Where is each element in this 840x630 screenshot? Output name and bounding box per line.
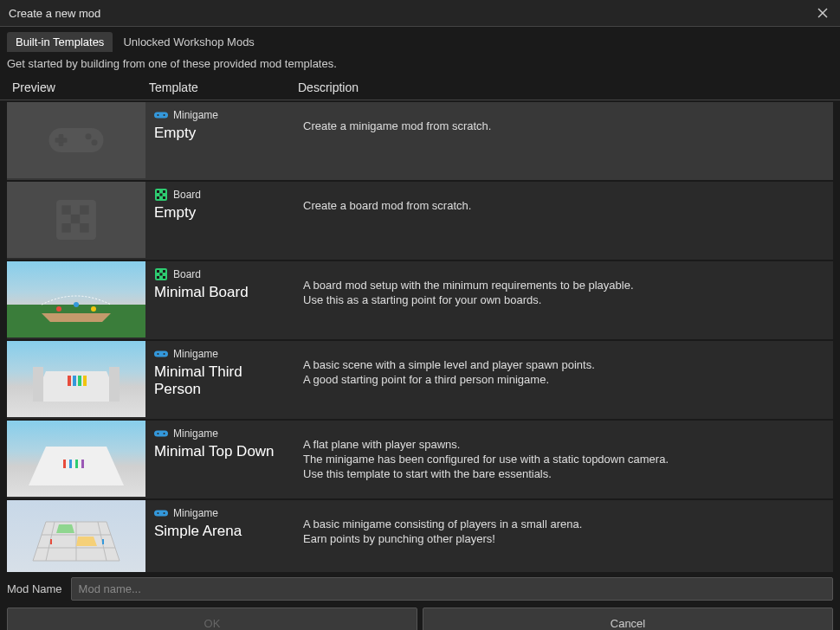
svg-rect-60 xyxy=(50,539,52,544)
category-label: Minigame xyxy=(173,428,218,440)
svg-rect-45 xyxy=(63,460,66,468)
svg-marker-58 xyxy=(56,524,74,533)
category-label: Minigame xyxy=(173,507,218,519)
preview-thumbnail xyxy=(7,421,145,497)
svg-rect-47 xyxy=(75,460,78,468)
template-info: Board Empty xyxy=(145,182,294,260)
template-info: Minigame Simple Arena xyxy=(145,500,294,572)
svg-point-10 xyxy=(163,114,165,116)
svg-rect-38 xyxy=(73,376,76,386)
preview-thumbnail xyxy=(7,341,145,417)
svg-point-51 xyxy=(163,433,165,434)
svg-point-64 xyxy=(163,512,165,514)
tab-workshop-mods[interactable]: Unlocked Workshop Mods xyxy=(114,32,263,52)
template-info: Board Minimal Board xyxy=(145,261,294,339)
template-description: Create a minigame mod from scratch. xyxy=(294,102,833,180)
template-row[interactable]: Minigame Minimal Top Down A flat plane w… xyxy=(7,421,833,498)
svg-rect-30 xyxy=(163,270,165,273)
svg-rect-35 xyxy=(33,367,43,402)
subtitle: Get started by building from one of thes… xyxy=(0,52,840,75)
template-row[interactable]: Board Minimal Board A board mod setup wi… xyxy=(7,261,833,339)
template-row[interactable]: Minigame Empty Create a minigame mod fro… xyxy=(7,102,833,180)
svg-rect-41 xyxy=(154,350,168,357)
template-name: Minimal Top Down xyxy=(154,443,291,460)
preview-thumbnail xyxy=(7,102,145,178)
gamepad-icon xyxy=(46,110,107,170)
tab-builtin-templates[interactable]: Built-in Templates xyxy=(7,32,113,52)
template-list[interactable]: Minigame Empty Create a minigame mod fro… xyxy=(0,100,840,572)
svg-rect-21 xyxy=(157,196,159,199)
gamepad-icon xyxy=(154,348,168,360)
svg-rect-8 xyxy=(154,112,168,118)
board-icon xyxy=(154,268,168,280)
template-name: Simple Arena xyxy=(154,523,291,540)
category-label: Minigame xyxy=(173,348,218,360)
svg-marker-24 xyxy=(42,313,111,322)
template-description: A board mod setup with the minimum requi… xyxy=(294,261,833,339)
template-description: Create a board mod from scratch. xyxy=(294,182,833,260)
svg-point-9 xyxy=(157,114,158,116)
mod-name-input[interactable] xyxy=(71,577,833,601)
column-header-template: Template xyxy=(149,80,298,94)
svg-rect-5 xyxy=(55,138,68,143)
category-label: Minigame xyxy=(173,109,218,121)
template-row[interactable]: Minigame Minimal Third Person A basic sc… xyxy=(7,341,833,419)
columns-header: Preview Template Description xyxy=(0,75,840,100)
scene-preview-icon xyxy=(7,341,145,417)
svg-rect-13 xyxy=(80,205,88,214)
gamepad-icon xyxy=(154,507,168,519)
svg-point-42 xyxy=(157,353,158,355)
gamepad-icon xyxy=(154,109,168,121)
svg-rect-12 xyxy=(61,205,70,214)
svg-rect-15 xyxy=(61,223,70,232)
svg-marker-59 xyxy=(76,537,97,546)
category-label: Board xyxy=(173,189,201,201)
template-name: Empty xyxy=(154,204,291,222)
svg-point-63 xyxy=(157,512,158,514)
dialog-footer: Mod Name OK Cancel xyxy=(0,572,840,630)
svg-rect-14 xyxy=(71,215,80,223)
svg-point-27 xyxy=(91,306,96,312)
scene-preview-icon xyxy=(7,500,145,572)
svg-rect-62 xyxy=(154,510,168,516)
preview-thumbnail xyxy=(7,261,145,338)
svg-rect-40 xyxy=(83,376,87,386)
column-header-preview: Preview xyxy=(0,80,149,94)
svg-point-50 xyxy=(157,433,158,434)
template-name: Minimal Third Person xyxy=(154,363,291,398)
close-icon xyxy=(817,8,828,18)
template-description: A basic scene with a simple level and pl… xyxy=(294,341,833,419)
svg-point-6 xyxy=(86,133,92,139)
scene-preview-icon xyxy=(7,421,145,497)
svg-point-7 xyxy=(92,139,98,145)
tabs: Built-in Templates Unlocked Workshop Mod… xyxy=(0,27,840,52)
svg-point-25 xyxy=(56,306,61,312)
template-name: Empty xyxy=(154,125,291,142)
category-label: Board xyxy=(173,268,201,280)
svg-rect-49 xyxy=(154,430,168,436)
svg-rect-36 xyxy=(109,367,120,402)
preview-thumbnail xyxy=(7,500,145,572)
svg-rect-61 xyxy=(102,539,104,544)
svg-rect-39 xyxy=(78,376,81,386)
ok-button[interactable]: OK xyxy=(7,608,417,630)
svg-rect-46 xyxy=(69,460,72,468)
template-info: Minigame Empty xyxy=(145,102,294,180)
close-button[interactable] xyxy=(814,4,831,22)
template-description: A flat plane with player spawns.The mini… xyxy=(294,421,833,498)
template-row[interactable]: Board Empty Create a board mod from scra… xyxy=(7,182,833,260)
svg-point-43 xyxy=(163,353,165,355)
svg-rect-19 xyxy=(163,190,165,193)
column-header-description: Description xyxy=(298,80,840,94)
svg-rect-32 xyxy=(157,276,159,279)
preview-thumbnail xyxy=(7,182,145,258)
svg-rect-48 xyxy=(81,460,84,468)
template-info: Minigame Minimal Top Down xyxy=(145,421,294,498)
template-row[interactable]: Minigame Simple Arena A basic minigame c… xyxy=(7,500,833,572)
svg-rect-29 xyxy=(157,270,159,273)
svg-point-26 xyxy=(74,302,79,307)
svg-rect-18 xyxy=(157,190,159,193)
scene-preview-icon xyxy=(7,261,145,338)
cancel-button[interactable]: Cancel xyxy=(423,608,833,630)
mod-name-label: Mod Name xyxy=(7,582,62,595)
